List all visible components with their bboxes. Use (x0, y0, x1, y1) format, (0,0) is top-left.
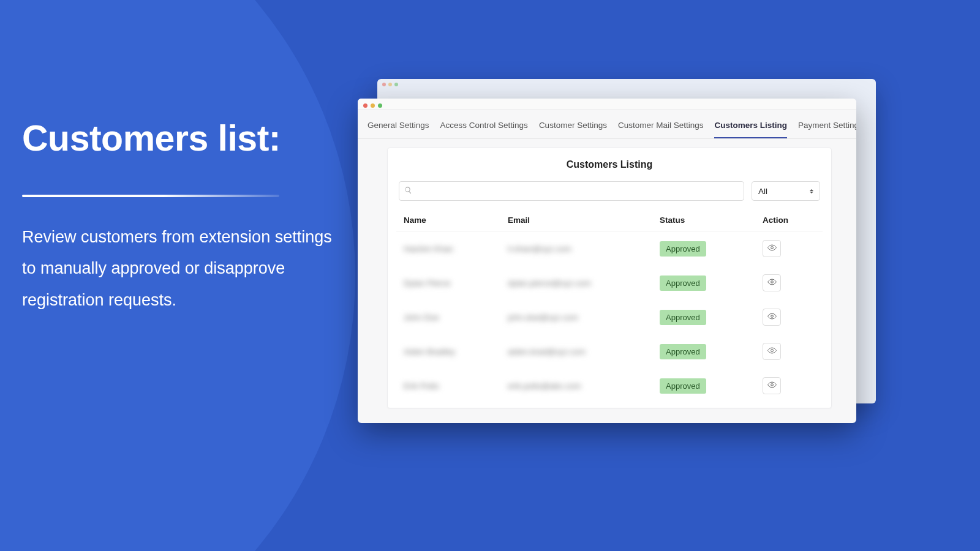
close-icon (382, 83, 386, 86)
column-header-name: Name (396, 209, 500, 231)
table-row: Aiden Bradleyaiden.brad@xyz.comApproved (396, 334, 823, 369)
status-badge: Approved (660, 310, 706, 325)
customer-name: Dylan Pierce (404, 279, 451, 288)
tab-customers-listing[interactable]: Customers Listing (714, 121, 787, 138)
view-button[interactable] (763, 274, 781, 291)
customer-name: Erik Potts (404, 381, 439, 391)
window-controls (358, 99, 856, 110)
customer-name: John Doe (404, 313, 439, 322)
card-title: Customers Listing (396, 159, 823, 170)
view-button[interactable] (763, 343, 781, 360)
customer-email: dylan.pierce@xyz.com (508, 279, 591, 288)
view-button[interactable] (763, 240, 781, 257)
svg-point-2 (771, 315, 773, 318)
column-header-status: Status (652, 209, 755, 231)
eye-icon (767, 380, 777, 391)
tab-customer-mail-settings[interactable]: Customer Mail Settings (618, 121, 704, 138)
svg-point-3 (771, 350, 773, 352)
customer-email: erik.potts@abc.com (508, 381, 581, 391)
column-header-email: Email (500, 209, 652, 231)
column-header-action: Action (755, 209, 823, 231)
svg-point-4 (771, 384, 773, 386)
status-badge: Approved (660, 344, 706, 359)
tab-payment-settings[interactable]: Payment Settings (798, 121, 856, 138)
search-icon (404, 186, 412, 197)
table-row: John Doejohn.doe@xyz.comApproved (396, 300, 823, 334)
tab-access-control-settings[interactable]: Access Control Settings (440, 121, 528, 138)
customer-email: h.khan@xyz.com (508, 244, 571, 253)
eye-icon (767, 277, 777, 288)
eye-icon (767, 312, 777, 323)
app-window: General SettingsAccess Control SettingsC… (358, 99, 856, 423)
customer-name: Hashim Khan (404, 244, 453, 253)
svg-point-0 (771, 247, 773, 249)
promo-title: Customers list: (22, 118, 341, 159)
minimize-icon (388, 83, 392, 86)
customer-email: john.doe@xyz.com (508, 313, 578, 322)
select-caret-icon (810, 189, 813, 193)
status-filter-select[interactable]: All (752, 181, 820, 201)
customers-listing-card: Customers Listing All Name Email S (387, 148, 832, 408)
minimize-icon (371, 103, 375, 108)
window-controls (377, 79, 876, 88)
promo-description: Review customers from extension settings… (22, 222, 341, 316)
close-icon (363, 103, 368, 108)
search-input[interactable] (416, 187, 739, 196)
view-button[interactable] (763, 377, 781, 394)
status-badge: Approved (660, 276, 706, 291)
status-badge: Approved (660, 241, 706, 257)
maximize-icon (378, 103, 382, 108)
customer-email: aiden.brad@xyz.com (508, 347, 586, 356)
customer-name: Aiden Bradley (404, 347, 455, 356)
table-row: Erik Pottserik.potts@abc.comApproved (396, 369, 823, 403)
view-button[interactable] (763, 309, 781, 326)
status-filter-value: All (758, 187, 767, 196)
eye-icon (767, 346, 777, 357)
eye-icon (767, 243, 777, 254)
customers-table: Name Email Status Action Hashim Khanh.kh… (396, 209, 823, 403)
svg-point-1 (771, 281, 773, 283)
tab-general-settings[interactable]: General Settings (368, 121, 429, 138)
card-controls: All (396, 181, 823, 201)
tab-customer-settings[interactable]: Customer Settings (539, 121, 607, 138)
search-input-wrapper[interactable] (399, 181, 744, 201)
status-badge: Approved (660, 378, 706, 394)
promo-divider (22, 195, 279, 197)
maximize-icon (394, 83, 398, 86)
table-row: Dylan Piercedylan.pierce@xyz.comApproved (396, 266, 823, 300)
settings-tabs: General SettingsAccess Control SettingsC… (358, 110, 856, 139)
table-row: Hashim Khanh.khan@xyz.comApproved (396, 231, 823, 266)
promo-panel: Customers list: Review customers from ex… (22, 118, 341, 316)
